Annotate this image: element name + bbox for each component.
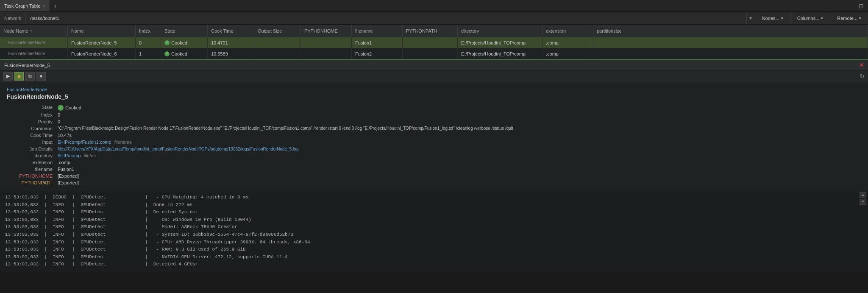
toolbar-play-btn[interactable]: ▶ [3, 72, 13, 81]
prop-value-state: ✓ Cooked [58, 104, 861, 111]
th-directory[interactable]: directory [458, 25, 542, 37]
log-container[interactable]: 13:53:03,033 | DEBUG | GPUDetect | - GPU… [0, 190, 868, 272]
tab-bar: Task Graph Table × + ⊡ [0, 0, 868, 12]
td-directory-0: E:/Projects/Houdini_TOP/comp [458, 37, 542, 48]
network-path[interactable]: /tasks/topnet1 [26, 12, 746, 24]
tab-bar-maximize[interactable]: ⊡ [854, 3, 868, 9]
td-state-1: ✓ Cooked [161, 48, 208, 59]
directory-link[interactable]: $HIP/comp [58, 153, 81, 158]
td-cooktime-0: 10.4701 [208, 37, 254, 48]
table-row[interactable]: ··· FusionRenderNode FusionRenderNode_6 … [0, 48, 868, 59]
th-index[interactable]: Index [136, 25, 161, 37]
log-line: 13:53:03,033 | INFO | GPUDetect | - Mode… [5, 223, 863, 231]
td-pythonpath-1 [403, 48, 458, 59]
tab-close-btn[interactable]: × [43, 3, 45, 8]
prop-label-state: State [7, 104, 58, 111]
th-nodename[interactable]: Node Name ▾ [0, 25, 68, 37]
th-pythonpath[interactable]: PYTHONPATH [403, 25, 458, 37]
th-state[interactable]: State [161, 25, 208, 37]
tab-title: Task Graph Table [4, 3, 40, 8]
cooked-icon-1: ✓ [164, 51, 170, 56]
detail-toolbar: ▶ ■ ⧉ ▼ ↻ [0, 70, 868, 82]
td-outputsize-0 [254, 37, 301, 48]
log-line: 13:53:03,033 | INFO | GPUDetect | Detect… [5, 261, 863, 268]
prop-label-cooktime: Cook Time [7, 132, 58, 138]
network-label: Network [0, 12, 26, 24]
network-bar: Network /tasks/topnet1 ▾ Nodes... ▾ Colu… [0, 12, 868, 25]
td-pythonhome-1 [301, 48, 352, 59]
prop-label-pythonpath: PYTHONPATH [7, 180, 58, 186]
td-extension-1: .comp [542, 48, 593, 59]
columns-button[interactable]: Columns... ▾ [790, 12, 830, 24]
th-partitionsize[interactable]: partitionsize [593, 25, 868, 37]
log-line: 13:53:03,033 | DEBUG | GPUDetect | - GPU… [5, 194, 863, 201]
detail-panel-title: FusionRenderNode_5 [4, 63, 859, 68]
expand-icon-1: ··· [3, 52, 7, 56]
directory-suffix: file/dir [83, 153, 96, 158]
columns-chevron-icon: ▾ [821, 16, 823, 20]
th-extension[interactable]: extension [542, 25, 593, 37]
prop-value-index: 0 [58, 112, 861, 118]
log-line: 13:53:03,033 | INFO | GPUDetect | - NVID… [5, 254, 863, 261]
prop-label-filename: filename [7, 166, 58, 172]
td-cooktime-1: 10.5589 [208, 48, 254, 59]
cooked-icon-0: ✓ [164, 40, 170, 45]
prop-value-jobdetails: file:///C:/Users/VFX/AppData/Local/Temp/… [58, 146, 861, 152]
log-line: 13:53:03,033 | INFO | GPUDetect | - OS: … [5, 216, 863, 224]
td-directory-1: E:/Projects/Houdini_TOP/comp [458, 48, 542, 59]
play-icon: ▶ [6, 73, 10, 79]
detail-content: FusionRenderNode FusionRenderNode_5 Stat… [0, 82, 868, 190]
td-nodename-1: ··· FusionRenderNode [0, 48, 68, 59]
prop-value-pythonpath: [Exported] [58, 180, 861, 186]
prop-label-directory: directory [7, 153, 58, 159]
table-row[interactable]: ··· FusionRenderNode FusionRenderNode_5 … [0, 37, 868, 48]
toolbar-stop-btn[interactable]: ■ [14, 72, 24, 81]
th-cooktime[interactable]: Cook Time [208, 25, 254, 37]
prop-label-command: Command [7, 126, 58, 131]
remote-button[interactable]: Remote... ▾ [830, 12, 868, 24]
tab-task-graph-table[interactable]: Task Graph Table × [0, 0, 50, 11]
job-details-link[interactable]: file:///C:/Users/VFX/AppData/Local/Temp/… [58, 147, 298, 151]
prop-label-jobdetails: Job Details [7, 146, 58, 152]
th-pythonhome[interactable]: PYTHONHOME [301, 25, 352, 37]
detail-properties: State ✓ Cooked Index 0 Priority 0 Comman… [7, 104, 861, 186]
copy-icon: ⧉ [28, 73, 32, 79]
detail-panel-close-btn[interactable]: ✕ [859, 62, 864, 68]
td-pythonpath-0 [403, 37, 458, 48]
detail-panel-header: FusionRenderNode_5 ✕ [0, 59, 868, 70]
td-pythonhome-0 [301, 37, 352, 48]
prop-label-input: Input [7, 139, 58, 145]
prop-value-cooktime: 10.47s [58, 132, 861, 138]
th-name[interactable]: Name [68, 25, 136, 37]
td-index-0: 0 [136, 37, 161, 48]
td-extension-0: .comp [542, 37, 593, 48]
td-filename-0: Fusion1 [352, 37, 403, 48]
input-file-link[interactable]: $HIP/comp/Fusion1.comp [58, 140, 111, 145]
th-outputsize[interactable]: Output Size [254, 25, 301, 37]
nodes-chevron-icon: ▾ [781, 16, 783, 20]
log-line: 13:53:03,033 | INFO | GPUDetect | Detect… [5, 209, 863, 216]
nodes-button[interactable]: Nodes... ▾ [755, 12, 790, 24]
filter-icon: ▼ [39, 74, 44, 79]
prop-value-command: "C:\Program Files\Blackmagic Design\Fusi… [58, 126, 861, 131]
td-filename-1: Fusion2 [352, 48, 403, 59]
prop-label-extension: extension [7, 159, 58, 165]
td-name-0: FusionRenderNode_5 [68, 37, 136, 48]
node-type-link[interactable]: FusionRenderNode [7, 87, 47, 92]
refresh-btn[interactable]: ↻ [860, 73, 865, 80]
toolbar-copy-btn[interactable]: ⧉ [25, 72, 35, 81]
log-scroll-up-btn[interactable]: ▲ [860, 192, 866, 198]
td-outputsize-1 [254, 48, 301, 59]
toolbar-filter-btn[interactable]: ▼ [36, 72, 46, 81]
prop-value-input: $HIP/comp/Fusion1.comp filename [58, 139, 861, 145]
network-right-buttons: Nodes... ▾ Columns... ▾ Remote... ▾ [755, 12, 868, 24]
log-scroll-down-btn[interactable]: ▼ [860, 199, 866, 205]
tab-add-btn[interactable]: + [50, 3, 60, 9]
state-cooked-icon: ✓ [58, 105, 64, 111]
prop-value-filename: Fusion1 [58, 166, 861, 172]
log-line: 13:53:03,033 | INFO | GPUDetect | - RAM:… [5, 246, 863, 254]
network-path-dropdown[interactable]: ▾ [746, 12, 755, 24]
th-filename[interactable]: filename [352, 25, 403, 37]
stop-icon: ■ [18, 74, 21, 79]
prop-value-priority: 0 [58, 119, 861, 125]
